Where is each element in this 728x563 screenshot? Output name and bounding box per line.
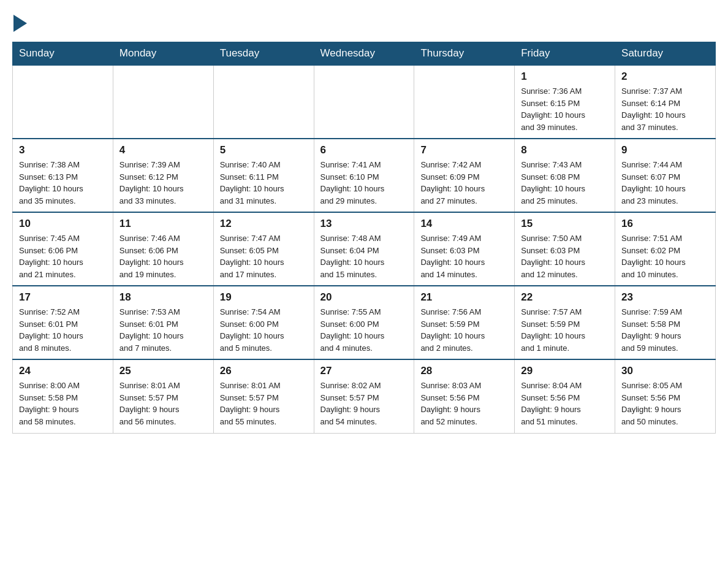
day-number: 4 bbox=[119, 144, 207, 156]
day-number: 8 bbox=[521, 144, 609, 156]
day-info: Sunrise: 7:40 AMSunset: 6:11 PMDaylight:… bbox=[220, 159, 308, 207]
day-number: 17 bbox=[19, 291, 107, 304]
calendar-cell: 30Sunrise: 8:05 AMSunset: 5:56 PMDayligh… bbox=[615, 359, 716, 433]
day-info: Sunrise: 7:46 AMSunset: 6:06 PMDaylight:… bbox=[119, 232, 207, 280]
day-number: 28 bbox=[420, 365, 508, 377]
day-number: 6 bbox=[320, 144, 408, 156]
calendar-cell: 3Sunrise: 7:38 AMSunset: 6:13 PMDaylight… bbox=[13, 139, 113, 212]
calendar-cell: 18Sunrise: 7:53 AMSunset: 6:01 PMDayligh… bbox=[113, 286, 213, 359]
day-number: 21 bbox=[420, 291, 508, 304]
day-number: 30 bbox=[621, 365, 709, 377]
day-number: 24 bbox=[19, 365, 107, 377]
calendar-cell: 4Sunrise: 7:39 AMSunset: 6:12 PMDaylight… bbox=[113, 139, 213, 212]
day-number: 29 bbox=[521, 365, 609, 377]
day-number: 25 bbox=[119, 365, 207, 377]
day-header-thursday: Thursday bbox=[414, 42, 515, 66]
day-info: Sunrise: 7:52 AMSunset: 6:01 PMDaylight:… bbox=[19, 306, 107, 354]
week-row-3: 10Sunrise: 7:45 AMSunset: 6:06 PMDayligh… bbox=[13, 212, 716, 286]
day-number: 5 bbox=[220, 144, 308, 156]
day-number: 18 bbox=[119, 291, 207, 304]
day-number: 20 bbox=[320, 291, 408, 304]
day-info: Sunrise: 7:38 AMSunset: 6:13 PMDaylight:… bbox=[19, 159, 107, 207]
day-header-monday: Monday bbox=[113, 42, 213, 66]
day-info: Sunrise: 7:56 AMSunset: 5:59 PMDaylight:… bbox=[420, 306, 508, 354]
day-number: 19 bbox=[220, 291, 308, 304]
calendar-cell: 13Sunrise: 7:48 AMSunset: 6:04 PMDayligh… bbox=[314, 212, 414, 286]
calendar-cell: 23Sunrise: 7:59 AMSunset: 5:58 PMDayligh… bbox=[615, 286, 716, 359]
day-header-sunday: Sunday bbox=[13, 42, 113, 66]
week-row-4: 17Sunrise: 7:52 AMSunset: 6:01 PMDayligh… bbox=[13, 286, 716, 359]
day-info: Sunrise: 8:00 AMSunset: 5:58 PMDaylight:… bbox=[19, 380, 107, 427]
day-info: Sunrise: 7:44 AMSunset: 6:07 PMDaylight:… bbox=[621, 159, 709, 207]
day-header-friday: Friday bbox=[515, 42, 615, 66]
day-info: Sunrise: 8:02 AMSunset: 5:57 PMDaylight:… bbox=[320, 380, 408, 427]
calendar-cell: 22Sunrise: 7:57 AMSunset: 5:59 PMDayligh… bbox=[515, 286, 615, 359]
calendar-cell bbox=[13, 65, 113, 139]
day-info: Sunrise: 7:41 AMSunset: 6:10 PMDaylight:… bbox=[320, 159, 408, 207]
calendar-cell: 8Sunrise: 7:43 AMSunset: 6:08 PMDaylight… bbox=[515, 139, 615, 212]
day-number: 11 bbox=[119, 218, 207, 230]
day-number: 1 bbox=[521, 71, 609, 83]
day-header-tuesday: Tuesday bbox=[213, 42, 314, 66]
calendar-cell: 29Sunrise: 8:04 AMSunset: 5:56 PMDayligh… bbox=[515, 359, 615, 433]
calendar-cell bbox=[113, 65, 213, 139]
day-number: 12 bbox=[220, 218, 308, 230]
calendar-cell: 15Sunrise: 7:50 AMSunset: 6:03 PMDayligh… bbox=[515, 212, 615, 286]
day-info: Sunrise: 7:37 AMSunset: 6:14 PMDaylight:… bbox=[621, 85, 709, 133]
calendar-cell: 11Sunrise: 7:46 AMSunset: 6:06 PMDayligh… bbox=[113, 212, 213, 286]
day-number: 10 bbox=[19, 218, 107, 230]
day-number: 15 bbox=[521, 218, 609, 230]
day-info: Sunrise: 7:57 AMSunset: 5:59 PMDaylight:… bbox=[521, 306, 609, 354]
day-number: 23 bbox=[621, 291, 709, 304]
svg-marker-0 bbox=[13, 15, 27, 32]
day-info: Sunrise: 7:45 AMSunset: 6:06 PMDaylight:… bbox=[19, 232, 107, 280]
calendar-cell: 16Sunrise: 7:51 AMSunset: 6:02 PMDayligh… bbox=[615, 212, 716, 286]
calendar-cell: 7Sunrise: 7:42 AMSunset: 6:09 PMDaylight… bbox=[414, 139, 515, 212]
calendar-cell: 28Sunrise: 8:03 AMSunset: 5:56 PMDayligh… bbox=[414, 359, 515, 433]
day-number: 2 bbox=[621, 71, 709, 83]
calendar-header-row: SundayMondayTuesdayWednesdayThursdayFrid… bbox=[13, 42, 716, 66]
day-number: 9 bbox=[621, 144, 709, 156]
calendar-cell bbox=[414, 65, 515, 139]
day-info: Sunrise: 7:53 AMSunset: 6:01 PMDaylight:… bbox=[119, 306, 207, 354]
day-info: Sunrise: 7:39 AMSunset: 6:12 PMDaylight:… bbox=[119, 159, 207, 207]
day-number: 7 bbox=[420, 144, 508, 156]
calendar-cell: 26Sunrise: 8:01 AMSunset: 5:57 PMDayligh… bbox=[213, 359, 314, 433]
week-row-2: 3Sunrise: 7:38 AMSunset: 6:13 PMDaylight… bbox=[13, 139, 716, 212]
day-info: Sunrise: 7:50 AMSunset: 6:03 PMDaylight:… bbox=[521, 232, 609, 280]
calendar-cell: 24Sunrise: 8:00 AMSunset: 5:58 PMDayligh… bbox=[13, 359, 113, 433]
day-info: Sunrise: 7:55 AMSunset: 6:00 PMDaylight:… bbox=[320, 306, 408, 354]
calendar-cell: 5Sunrise: 7:40 AMSunset: 6:11 PMDaylight… bbox=[213, 139, 314, 212]
day-info: Sunrise: 7:42 AMSunset: 6:09 PMDaylight:… bbox=[420, 159, 508, 207]
day-info: Sunrise: 8:04 AMSunset: 5:56 PMDaylight:… bbox=[521, 380, 609, 427]
calendar-cell: 20Sunrise: 7:55 AMSunset: 6:00 PMDayligh… bbox=[314, 286, 414, 359]
calendar-cell: 17Sunrise: 7:52 AMSunset: 6:01 PMDayligh… bbox=[13, 286, 113, 359]
day-info: Sunrise: 7:43 AMSunset: 6:08 PMDaylight:… bbox=[521, 159, 609, 207]
week-row-1: 1Sunrise: 7:36 AMSunset: 6:15 PMDaylight… bbox=[13, 65, 716, 139]
day-number: 27 bbox=[320, 365, 408, 377]
day-info: Sunrise: 8:01 AMSunset: 5:57 PMDaylight:… bbox=[220, 380, 308, 427]
calendar-cell: 14Sunrise: 7:49 AMSunset: 6:03 PMDayligh… bbox=[414, 212, 515, 286]
calendar-cell: 25Sunrise: 8:01 AMSunset: 5:57 PMDayligh… bbox=[113, 359, 213, 433]
day-info: Sunrise: 8:05 AMSunset: 5:56 PMDaylight:… bbox=[621, 380, 709, 427]
page-header bbox=[12, 12, 716, 32]
day-info: Sunrise: 8:03 AMSunset: 5:56 PMDaylight:… bbox=[420, 380, 508, 427]
calendar-cell: 6Sunrise: 7:41 AMSunset: 6:10 PMDaylight… bbox=[314, 139, 414, 212]
day-info: Sunrise: 7:47 AMSunset: 6:05 PMDaylight:… bbox=[220, 232, 308, 280]
logo-arrow-icon bbox=[13, 15, 27, 32]
week-row-5: 24Sunrise: 8:00 AMSunset: 5:58 PMDayligh… bbox=[13, 359, 716, 433]
day-info: Sunrise: 7:49 AMSunset: 6:03 PMDaylight:… bbox=[420, 232, 508, 280]
day-number: 22 bbox=[521, 291, 609, 304]
day-header-saturday: Saturday bbox=[615, 42, 716, 66]
day-number: 26 bbox=[220, 365, 308, 377]
calendar-cell: 1Sunrise: 7:36 AMSunset: 6:15 PMDaylight… bbox=[515, 65, 615, 139]
calendar-cell: 21Sunrise: 7:56 AMSunset: 5:59 PMDayligh… bbox=[414, 286, 515, 359]
calendar-cell: 19Sunrise: 7:54 AMSunset: 6:00 PMDayligh… bbox=[213, 286, 314, 359]
day-number: 13 bbox=[320, 218, 408, 230]
day-info: Sunrise: 7:48 AMSunset: 6:04 PMDaylight:… bbox=[320, 232, 408, 280]
day-number: 14 bbox=[420, 218, 508, 230]
day-info: Sunrise: 7:36 AMSunset: 6:15 PMDaylight:… bbox=[521, 85, 609, 133]
calendar-cell: 2Sunrise: 7:37 AMSunset: 6:14 PMDaylight… bbox=[615, 65, 716, 139]
day-info: Sunrise: 7:54 AMSunset: 6:00 PMDaylight:… bbox=[220, 306, 308, 354]
logo bbox=[12, 12, 27, 32]
